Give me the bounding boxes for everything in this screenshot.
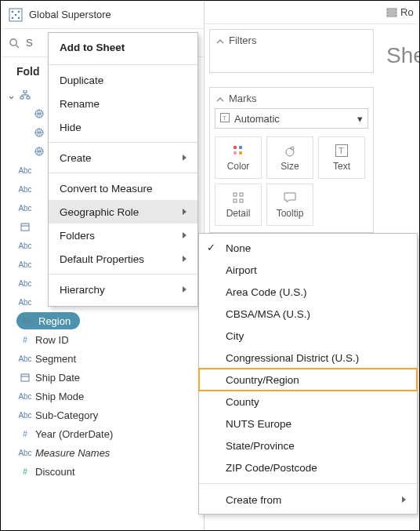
submenu-caret-icon xyxy=(183,286,186,293)
rows-label: Ro xyxy=(400,6,414,18)
svg-rect-16 xyxy=(21,374,29,381)
georole-none[interactable]: ✓None xyxy=(199,237,417,259)
color-icon xyxy=(231,144,245,158)
menu-add-to-sheet[interactable]: Add to Sheet xyxy=(49,33,197,61)
svg-point-3 xyxy=(12,16,14,19)
svg-point-24 xyxy=(239,146,242,149)
georole-cbsa[interactable]: CBSA/MSA (U.S.) xyxy=(199,303,417,325)
svg-point-23 xyxy=(234,146,237,149)
chevron-up-icon xyxy=(216,36,224,44)
datasource-title: Global Superstore xyxy=(29,9,111,20)
field-row[interactable]: #Year (OrderDate) xyxy=(1,424,204,443)
georole-create-from[interactable]: Create from xyxy=(199,489,417,511)
mark-type-select[interactable]: T Automatic ▾ xyxy=(215,108,368,129)
field-row[interactable]: AbcShip Mode xyxy=(1,387,204,406)
menu-default-properties[interactable]: Default Properties xyxy=(49,247,197,271)
size-button[interactable]: Size xyxy=(266,136,313,179)
field-label: Segment xyxy=(34,353,76,365)
menu-geographic-role[interactable]: Geographic Role xyxy=(49,200,197,224)
svg-rect-20 xyxy=(387,15,396,16)
field-row[interactable]: Ship Date xyxy=(1,368,204,387)
georole-state[interactable]: State/Province xyxy=(199,435,417,456)
georole-country-region[interactable]: Country/Region xyxy=(199,369,417,391)
svg-point-2 xyxy=(18,10,20,13)
menu-duplicate[interactable]: Duplicate xyxy=(49,68,197,92)
field-label: Sub-Category xyxy=(34,409,98,421)
text-icon: T xyxy=(335,144,349,158)
field-label: Measure Names xyxy=(34,447,110,459)
marks-card: Marks T Automatic ▾ Color Size xyxy=(209,87,374,233)
submenu-caret-icon xyxy=(183,209,186,215)
svg-rect-14 xyxy=(21,224,29,231)
georole-zip[interactable]: ZIP Code/Postcode xyxy=(199,456,417,478)
menu-folders[interactable]: Folders xyxy=(49,224,197,247)
tooltip-icon xyxy=(283,191,297,205)
svg-point-6 xyxy=(10,38,16,45)
field-label: Year (OrderDate) xyxy=(34,428,113,440)
svg-point-4 xyxy=(18,16,20,19)
svg-rect-10 xyxy=(27,96,30,99)
text-mark-icon: T xyxy=(220,113,230,125)
sheet-title: She xyxy=(386,43,420,68)
submenu-caret-icon xyxy=(402,496,406,503)
tooltip-button[interactable]: Tooltip xyxy=(266,184,313,226)
chevron-up-icon xyxy=(216,94,224,102)
filters-card: Filters xyxy=(209,29,374,73)
field-label: Ship Mode xyxy=(34,391,84,402)
svg-rect-18 xyxy=(387,9,396,10)
svg-point-26 xyxy=(239,151,242,155)
svg-rect-19 xyxy=(387,12,396,13)
search-icon xyxy=(9,38,20,49)
georole-nuts[interactable]: NUTS Europe xyxy=(199,413,417,435)
svg-text:T: T xyxy=(339,146,344,155)
datasource-icon xyxy=(9,8,23,22)
menu-hierarchy[interactable]: Hierarchy xyxy=(49,278,197,301)
rows-shelf[interactable]: Ro xyxy=(205,1,419,24)
submenu-caret-icon xyxy=(183,155,186,161)
rows-icon xyxy=(386,7,397,18)
georole-county[interactable]: County xyxy=(199,391,417,413)
field-context-menu: Add to Sheet Duplicate Rename Hide Creat… xyxy=(48,32,198,307)
color-button[interactable]: Color xyxy=(215,136,262,179)
field-row[interactable]: #Row ID xyxy=(1,330,204,349)
search-placeholder: S xyxy=(26,37,33,49)
svg-point-1 xyxy=(12,10,14,13)
svg-point-5 xyxy=(15,13,17,16)
svg-line-7 xyxy=(16,45,19,48)
menu-convert-measure[interactable]: Convert to Measure xyxy=(49,176,197,200)
svg-text:T: T xyxy=(223,115,226,122)
svg-rect-33 xyxy=(234,199,237,202)
field-row[interactable]: AbcRegion xyxy=(1,311,204,330)
menu-create[interactable]: Create xyxy=(49,146,197,169)
svg-point-25 xyxy=(234,151,237,155)
georole-area-code[interactable]: Area Code (U.S.) xyxy=(199,281,417,303)
size-icon xyxy=(283,144,297,158)
georole-city[interactable]: City xyxy=(199,325,417,347)
field-row[interactable]: AbcMeasure Names xyxy=(1,443,204,462)
svg-rect-8 xyxy=(24,90,27,93)
field-label: Row ID xyxy=(34,334,69,346)
filters-title[interactable]: Filters xyxy=(210,30,373,50)
georole-congressional[interactable]: Congressional District (U.S.) xyxy=(199,347,417,369)
field-label: Ship Date xyxy=(34,372,80,384)
dropdown-caret-icon: ▾ xyxy=(357,113,363,125)
menu-rename[interactable]: Rename xyxy=(49,92,197,115)
field-row[interactable]: AbcSub-Category xyxy=(1,406,204,424)
submenu-caret-icon xyxy=(183,256,186,262)
field-row[interactable]: AbcSegment xyxy=(1,349,204,368)
svg-rect-34 xyxy=(240,199,243,202)
marks-title[interactable]: Marks xyxy=(210,88,373,108)
text-button[interactable]: T Text xyxy=(318,136,365,179)
field-label: Discount xyxy=(34,466,75,478)
detail-icon xyxy=(231,191,245,205)
field-row[interactable]: #Discount xyxy=(1,462,204,481)
geographic-role-submenu: ✓None Airport Area Code (U.S.) CBSA/MSA … xyxy=(198,233,418,515)
datasource-header[interactable]: Global Superstore xyxy=(1,1,204,29)
svg-rect-32 xyxy=(240,193,243,196)
menu-hide[interactable]: Hide xyxy=(49,115,197,139)
detail-button[interactable]: Detail xyxy=(215,184,262,226)
georole-airport[interactable]: Airport xyxy=(199,259,417,281)
field-label: Region xyxy=(37,315,71,327)
svg-rect-31 xyxy=(234,193,237,196)
svg-rect-9 xyxy=(20,96,24,99)
